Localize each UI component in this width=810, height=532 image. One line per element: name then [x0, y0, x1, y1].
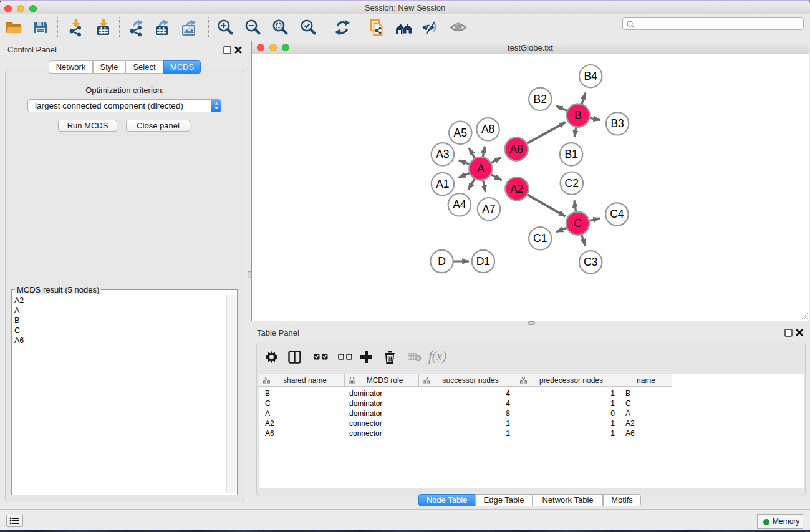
svg-text:A8: A8 [481, 123, 494, 135]
svg-text:D1: D1 [476, 255, 490, 268]
svg-text:B2: B2 [534, 93, 547, 105]
svg-text:A4: A4 [453, 198, 466, 211]
svg-text:A5: A5 [454, 127, 467, 139]
svg-text:A3: A3 [436, 148, 449, 160]
svg-text:B: B [574, 109, 582, 122]
svg-text:D: D [438, 255, 446, 268]
svg-text:B3: B3 [610, 117, 624, 130]
svg-text:A: A [477, 162, 485, 175]
svg-text:A2: A2 [510, 183, 523, 195]
svg-text:C2: C2 [565, 177, 579, 190]
svg-text:A1: A1 [436, 178, 449, 190]
svg-text:C3: C3 [584, 256, 597, 268]
svg-text:B1: B1 [564, 148, 577, 160]
svg-text:A6: A6 [509, 143, 523, 155]
svg-text:B4: B4 [584, 70, 597, 82]
svg-text:C4: C4 [610, 208, 624, 220]
svg-text:A7: A7 [482, 203, 495, 215]
svg-text:C: C [574, 217, 582, 230]
svg-text:C1: C1 [533, 232, 547, 244]
